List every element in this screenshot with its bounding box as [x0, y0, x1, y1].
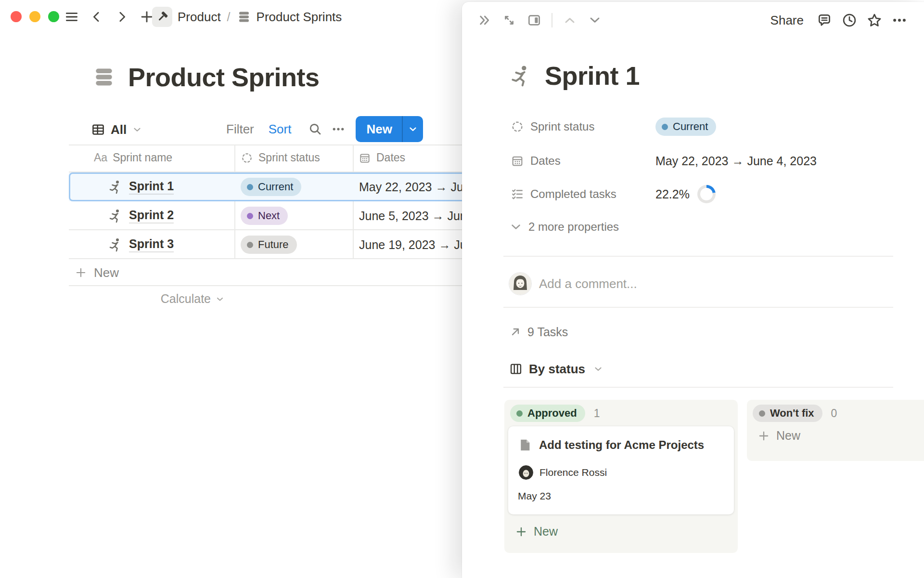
board-view-tab[interactable]: By status [509, 358, 603, 380]
comment-bubble-icon [816, 12, 833, 28]
arrow-up-right-icon [509, 326, 522, 338]
status-pill: Next [241, 207, 288, 225]
table-new-row-button[interactable]: New [69, 260, 462, 285]
updates-button[interactable] [838, 9, 860, 31]
new-record-dropdown[interactable] [403, 116, 423, 142]
group-pill[interactable]: Approved [510, 405, 585, 422]
side-peek-mode-button[interactable] [523, 9, 546, 32]
comments-button[interactable] [813, 9, 835, 31]
property-row-completed-tasks[interactable]: Completed tasks 22.2% [509, 183, 716, 206]
chevron-left-icon [90, 10, 104, 24]
chevron-down-icon [132, 124, 142, 135]
side-peek-panel: Share Sprint 1 Sprint s [462, 2, 924, 578]
status-dot [247, 242, 253, 248]
sort-button[interactable]: Sort [269, 122, 292, 137]
group-pill[interactable]: Won't fix [753, 405, 822, 422]
user-avatar [509, 273, 531, 295]
next-record-button[interactable] [583, 9, 606, 32]
add-comment-row[interactable]: Add a comment... [509, 272, 637, 296]
cell-sprint-status[interactable]: Current [234, 178, 353, 196]
cell-dates[interactable]: June 19, 2023 → July 2, 2023 [353, 238, 462, 252]
table-row-sprint-1[interactable]: Sprint 1 Current May 22, 2023 → June 4, … [69, 172, 462, 201]
status-pill: Current [241, 178, 301, 196]
calculate-button[interactable]: Calculate [69, 292, 225, 306]
cell-sprint-status[interactable]: Next [234, 207, 353, 225]
text-property-icon: Aa [94, 151, 107, 164]
search-button[interactable] [304, 118, 327, 141]
cell-sprint-name[interactable]: Sprint 2 [69, 208, 234, 223]
board-column-header[interactable]: Approved 1 [504, 400, 738, 422]
notion-window: Product / Product Sprints Product Sprint… [0, 0, 924, 578]
tasks-backlink[interactable]: 9 Tasks [509, 322, 568, 342]
row-title[interactable]: Sprint 3 [129, 237, 174, 252]
share-button[interactable]: Share [764, 9, 810, 32]
forward-button[interactable] [111, 6, 133, 28]
column-header-sprint-name[interactable]: Aa Sprint name [94, 151, 172, 164]
property-label: Dates [530, 154, 655, 168]
breadcrumb-separator: / [227, 10, 231, 24]
cell-sprint-name[interactable]: Sprint 3 [69, 237, 234, 252]
peek-page-title[interactable]: Sprint 1 [545, 61, 640, 91]
cell-dates[interactable]: June 5, 2023 → June 18, 2023 [353, 209, 462, 223]
card-assignee: Florence Rossi [519, 465, 607, 480]
divider [503, 256, 893, 257]
table-row-sprint-2[interactable]: Sprint 2 Next June 5, 2023 → June 18, 20… [69, 201, 462, 230]
view-options-button[interactable] [327, 118, 350, 141]
cell-sprint-status[interactable]: Future [234, 236, 353, 254]
status-dot [516, 410, 523, 417]
more-properties-button[interactable]: 2 more properties [509, 216, 619, 237]
row-title[interactable]: Sprint 1 [129, 179, 174, 195]
property-row-sprint-status[interactable]: Sprint status Current [509, 115, 716, 138]
runner-icon [107, 179, 123, 195]
database-icon-large[interactable] [92, 65, 116, 89]
row-title[interactable]: Sprint 2 [129, 208, 174, 223]
ellipsis-icon [891, 12, 908, 28]
status-pill[interactable]: Current [655, 118, 716, 136]
column-header-sprint-status[interactable]: Sprint status [241, 151, 320, 164]
page-options-button[interactable] [888, 9, 911, 31]
status-label: Future [258, 238, 289, 251]
status-property-icon [509, 120, 526, 133]
close-window-button[interactable] [11, 11, 22, 22]
minimize-window-button[interactable] [29, 11, 40, 22]
new-record-button[interactable]: New [356, 116, 423, 142]
database-icon [237, 10, 251, 24]
cell-sprint-name[interactable]: Sprint 1 [69, 179, 234, 195]
board-column-header[interactable]: Won't fix 0 [747, 400, 924, 422]
previous-record-button[interactable] [558, 9, 581, 32]
runner-icon [107, 237, 123, 252]
card-title[interactable]: Add testing for Acme Projects [539, 438, 704, 452]
breadcrumb-item-product-sprints[interactable]: Product Sprints [237, 10, 342, 25]
completed-tasks-value[interactable]: 22.2% [655, 187, 690, 201]
property-row-dates[interactable]: Dates May 22, 2023 → June 4, 2023 [509, 149, 817, 172]
close-peek-button[interactable] [473, 9, 496, 32]
table-row-sprint-3[interactable]: Sprint 3 Future June 19, 2023 → July 2, … [69, 230, 462, 259]
view-tab-all[interactable]: All [91, 118, 142, 142]
zoom-window-button[interactable] [48, 11, 59, 22]
new-row-label: New [94, 265, 119, 280]
runner-icon[interactable] [508, 64, 532, 88]
hamburger-icon [64, 9, 79, 25]
board-new-card-button[interactable]: New [504, 525, 738, 539]
favorite-button[interactable] [863, 9, 886, 31]
filter-button[interactable]: Filter [226, 122, 254, 137]
status-label: Current [258, 181, 293, 193]
new-record-label[interactable]: New [356, 122, 401, 137]
page-title[interactable]: Product Sprints [128, 62, 320, 92]
cell-dates[interactable]: May 22, 2023 → June 4, 2023 [353, 180, 462, 194]
column-header-dates[interactable]: Dates [359, 151, 405, 164]
board-new-card-button[interactable]: New [747, 429, 924, 443]
dates-value[interactable]: May 22, 2023 → June 4, 2023 [655, 154, 817, 168]
breadcrumb-item-product[interactable]: Product [152, 7, 221, 27]
back-button[interactable] [86, 6, 108, 28]
group-label: Approved [527, 407, 577, 420]
group-count: 1 [594, 407, 600, 420]
sidebar-toggle-button[interactable] [61, 6, 83, 28]
tasks-link-label: 9 Tasks [527, 325, 568, 339]
calculate-label: Calculate [161, 292, 211, 306]
expand-diagonal-icon [501, 13, 517, 28]
expand-page-button[interactable] [498, 9, 521, 32]
board-card[interactable]: Add testing for Acme Projects Florence R… [508, 426, 734, 514]
chevron-down-icon [509, 220, 523, 234]
double-chevron-right-icon [476, 13, 492, 28]
